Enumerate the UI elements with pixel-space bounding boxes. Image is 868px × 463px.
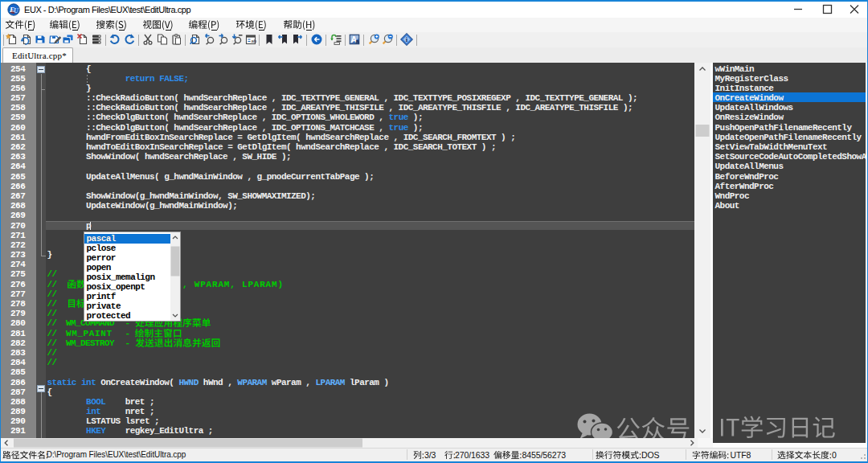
svg-text:ab: ab xyxy=(252,39,257,43)
